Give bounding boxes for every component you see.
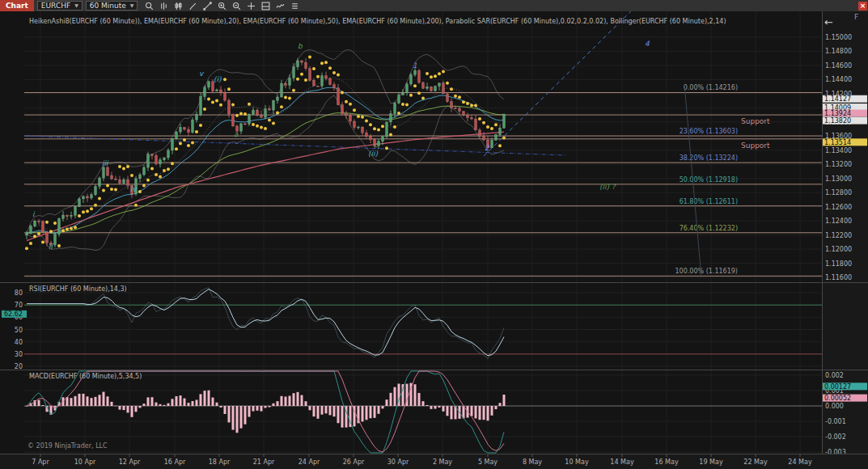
svg-text:16 May: 16 May (654, 458, 679, 466)
svg-text:20: 20 (15, 363, 23, 370)
indicator-wave-icon[interactable] (273, 0, 286, 11)
period-select[interactable]: 60 Minute ▼ (86, 1, 138, 11)
window-close-button[interactable]: × (858, 2, 867, 11)
list-icon[interactable] (288, 0, 301, 11)
svg-text:10 Apr: 10 Apr (74, 458, 96, 466)
toolbar: Chart EURCHF ▼ 60 Minute ▼ × (0, 0, 868, 11)
ninjatrader-window: Chart EURCHF ▼ 60 Minute ▼ × 0.00% (1.14… (0, 0, 868, 469)
svg-text:50: 50 (15, 327, 23, 334)
svg-text:16 Apr: 16 Apr (164, 458, 186, 466)
svg-text:1.13514: 1.13514 (824, 139, 851, 146)
chart-canvas[interactable]: 0.00% (1.14216)23.60% (1.13603)38.20% (1… (0, 0, 868, 469)
svg-text:26 Apr: 26 Apr (343, 458, 365, 466)
svg-text:24 May: 24 May (788, 458, 812, 466)
svg-text:70: 70 (15, 302, 23, 309)
svg-text:1.12000: 1.12000 (825, 246, 852, 253)
svg-text:(i): (i) (214, 75, 222, 83)
svg-text:19 May: 19 May (699, 458, 723, 466)
svg-text:62.62: 62.62 (4, 311, 23, 318)
svg-text:50.00% (1.12918): 50.00% (1.12918) (680, 176, 738, 184)
svg-text:1: 1 (413, 61, 417, 70)
svg-text:(ii) ?: (ii) ? (599, 183, 616, 191)
copyright-text: © 2019 NinjaTrader, LLC (28, 442, 108, 450)
svg-text:a: a (234, 130, 239, 138)
svg-text:1.13820: 1.13820 (824, 117, 851, 125)
macd-panel-label: MACD(EURCHF (60 Minute),5,34,5) (29, 373, 142, 380)
indicator-label: HeikenAshi8(EURCHF (60 Minute)), EMA(EUR… (29, 18, 726, 25)
chart-tab[interactable]: Chart (0, 0, 34, 11)
svg-text:Support: Support (741, 142, 770, 150)
svg-text:10 May: 10 May (565, 458, 589, 466)
instrument-select[interactable]: EURCHF ▼ (37, 1, 83, 11)
chevron-down-icon: ▼ (74, 2, 78, 10)
svg-text:-0.003: -0.003 (825, 449, 846, 456)
svg-text:1.14800: 1.14800 (825, 48, 852, 55)
svg-text:-0.002: -0.002 (825, 433, 846, 441)
svg-text:1.12400: 1.12400 (825, 218, 852, 225)
svg-text:4: 4 (645, 40, 650, 48)
svg-text:0.002: 0.002 (825, 372, 844, 379)
svg-text:0.00127: 0.00127 (824, 383, 851, 391)
svg-text:1.11600: 1.11600 (825, 274, 852, 281)
svg-text:1.13924: 1.13924 (824, 110, 851, 117)
svg-text:1.12200: 1.12200 (825, 232, 852, 239)
instrument-value: EURCHF (41, 2, 70, 10)
svg-text:1.14127: 1.14127 (824, 95, 851, 103)
bar-type-icon[interactable] (157, 0, 170, 11)
svg-text:30: 30 (15, 351, 23, 358)
jump-to-latest-icon[interactable]: ← (824, 17, 833, 27)
panels-icon[interactable] (259, 0, 272, 11)
svg-text:40: 40 (15, 339, 23, 346)
period-value: 60 Minute (90, 2, 126, 10)
svg-text:76.40% (1.12232): 76.40% (1.12232) (680, 225, 738, 232)
svg-text:8 May: 8 May (523, 458, 542, 466)
svg-text:5 May: 5 May (478, 458, 498, 466)
zoom-in-icon[interactable] (215, 0, 228, 11)
svg-text:1.12800: 1.12800 (825, 189, 852, 196)
svg-text:1.13400: 1.13400 (825, 147, 852, 154)
svg-text:7 Apr: 7 Apr (32, 458, 49, 466)
svg-text:21 Apr: 21 Apr (253, 458, 275, 466)
rsi-panel-label: RSI(EURCHF (60 Minute),14,3) (29, 285, 127, 293)
svg-text:0.00052: 0.00052 (824, 395, 851, 402)
svg-text:80: 80 (15, 289, 23, 297)
svg-text:30 Apr: 30 Apr (387, 458, 409, 466)
svg-text:38.20% (1.13224): 38.20% (1.13224) (680, 154, 738, 162)
svg-text:1.12600: 1.12600 (825, 204, 852, 211)
svg-text:22 May: 22 May (743, 458, 768, 466)
svg-text:1.14400: 1.14400 (825, 76, 852, 83)
crosshair-icon[interactable] (244, 0, 257, 11)
trend-line-icon[interactable] (201, 0, 214, 11)
svg-text:14 May: 14 May (610, 458, 634, 466)
svg-text:24 Apr: 24 Apr (299, 458, 320, 466)
svg-text:1.13000: 1.13000 (825, 175, 852, 183)
chevron-down-icon: ▼ (130, 2, 134, 10)
svg-text:2 May: 2 May (433, 458, 452, 466)
magnifier-icon[interactable] (142, 0, 155, 11)
toolbar-icons (142, 0, 301, 11)
svg-text:0.000: 0.000 (825, 403, 844, 410)
svg-text:61.80% (1.12611): 61.80% (1.12611) (680, 198, 738, 205)
candle-type-icon[interactable] (171, 0, 184, 11)
svg-text:1.11800: 1.11800 (825, 260, 852, 268)
svg-text:Support: Support (741, 117, 770, 125)
svg-text:(ii): (ii) (368, 150, 379, 158)
svg-text:18 Apr: 18 Apr (209, 458, 231, 466)
svg-text:1.13200: 1.13200 (825, 161, 852, 168)
draw-pencil-icon[interactable] (186, 0, 199, 11)
svg-text:-0.001: -0.001 (825, 418, 846, 425)
zoom-out-icon[interactable] (230, 0, 243, 11)
svg-text:12 Apr: 12 Apr (119, 458, 141, 466)
svg-text:0.00% (1.14216): 0.00% (1.14216) (684, 84, 738, 91)
fixed-scale-toggle[interactable]: F (854, 13, 858, 21)
svg-text:1.15000: 1.15000 (825, 34, 852, 41)
svg-text:1.14600: 1.14600 (825, 62, 852, 70)
svg-text:100.00% (1.11619): 100.00% (1.11619) (675, 268, 738, 275)
